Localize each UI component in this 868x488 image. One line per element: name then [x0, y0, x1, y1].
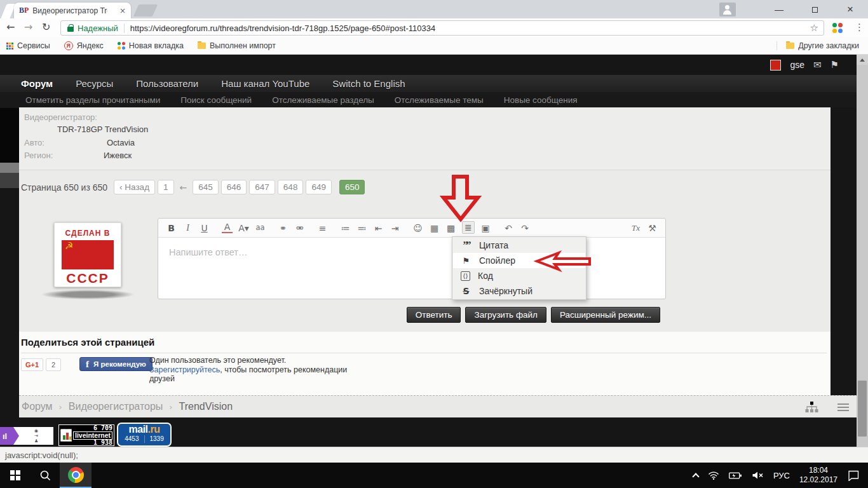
pagination-current-page[interactable]: 650	[339, 180, 365, 194]
user-avatar[interactable]	[770, 60, 781, 71]
subnav-watched-forums[interactable]: Отслеживаемые разделы	[272, 95, 374, 105]
other-bookmarks[interactable]: Другие закладки	[776, 41, 859, 50]
taskbar-chrome-button[interactable]	[60, 463, 92, 488]
link-icon[interactable]: ⚭	[278, 224, 288, 233]
taskbar-clock[interactable]: 18:04 12.02.2017	[799, 466, 837, 485]
speaker-muted-icon[interactable]	[752, 471, 764, 480]
metrika-counter-badge[interactable]: ıl ◉ ⇥ ♟	[0, 427, 53, 445]
sitemap-icon[interactable]	[804, 402, 818, 412]
nav-forum[interactable]: Форум	[21, 78, 53, 89]
upload-file-button[interactable]: Загрузить файл	[465, 307, 546, 323]
menu-item-quote[interactable]: ”” Цитата	[453, 238, 585, 253]
nav-youtube[interactable]: Наш канал YouTube	[221, 78, 309, 89]
pagination-ellipsis-arrow[interactable]: ←	[177, 182, 191, 193]
subnav-new-posts[interactable]: Новые сообщения	[504, 95, 578, 105]
browser-tab[interactable]: ВР Видеорегистратор Trend ×	[14, 3, 131, 18]
subnav-watched-threads[interactable]: Отслеживаемые темы	[395, 95, 484, 105]
reply-editor[interactable]: B I U A A▾ aa ⚭ ⚮ ≡ ≔ ≕ ⇤ ⇥ ☺ ▦ ▩ ≣	[158, 218, 666, 299]
bbcode-source-icon[interactable]: ⚒	[647, 224, 658, 233]
username[interactable]: gse	[790, 60, 804, 70]
underline-icon[interactable]: U	[199, 224, 210, 233]
tab-close-icon[interactable]: ×	[119, 6, 126, 15]
reply-button[interactable]: Ответить	[407, 307, 461, 323]
back-icon[interactable]: ←	[6, 21, 15, 33]
liveinternet-counter-badge[interactable]: 6 709 liveinternet 1 938	[58, 424, 114, 446]
font-family-icon[interactable]: aa	[255, 224, 266, 232]
alignment-icon[interactable]: ≡	[317, 224, 328, 233]
reply-user-avatar[interactable]: СДЕЛАН В ☭ СССР	[54, 222, 121, 287]
reply-placeholder[interactable]: Напишите ответ…	[158, 238, 665, 267]
nav-switch-english[interactable]: Switch to English	[332, 78, 405, 89]
language-indicator[interactable]: РУС	[773, 471, 790, 480]
undo-icon[interactable]: ↶	[503, 224, 514, 233]
menu-item-spoiler[interactable]: ⚑ Спойлер	[453, 253, 585, 268]
menu-item-code[interactable]: ⟨⟩ Код	[453, 268, 585, 283]
scrollbar-thumb[interactable]	[858, 381, 867, 437]
bookmark-star-icon[interactable]: ☆	[810, 22, 818, 34]
close-button[interactable]: ×	[832, 3, 868, 16]
bookmark-services[interactable]: Сервисы	[6, 41, 50, 50]
italic-icon[interactable]: I	[182, 224, 193, 233]
drafts-save-icon[interactable]: ▣	[480, 224, 491, 233]
pagination-page-648[interactable]: 648	[278, 180, 304, 194]
tray-expand-icon[interactable]	[692, 473, 699, 480]
breadcrumb-category[interactable]: Видеорегистраторы	[69, 401, 163, 412]
gplus-button[interactable]: G+1	[21, 358, 43, 371]
bookmark-new-tab[interactable]: Новая вкладка	[118, 41, 184, 50]
unlink-icon[interactable]: ⚮	[294, 224, 305, 233]
scroll-up-button[interactable]	[857, 55, 868, 65]
pagination-page-647[interactable]: 647	[249, 180, 275, 194]
security-label[interactable]: Надежный	[78, 24, 118, 33]
indent-icon[interactable]: ⇥	[390, 224, 400, 233]
browser-profile-button[interactable]	[719, 3, 736, 17]
url-text[interactable]: https://videoregforum.ru/threads/trendvi…	[130, 24, 435, 33]
bold-icon[interactable]: B	[166, 224, 177, 233]
menu-item-strikethrough[interactable]: S Зачёркнутый	[453, 283, 585, 299]
pagination-page-646[interactable]: 646	[221, 180, 247, 194]
outdent-icon[interactable]: ⇤	[373, 224, 384, 233]
remove-format-icon[interactable]: Tx	[630, 224, 641, 232]
list-menu-icon[interactable]	[837, 403, 849, 411]
facebook-recommend-button[interactable]: f Я рекомендую	[79, 357, 153, 371]
nav-members[interactable]: Пользователи	[136, 78, 198, 89]
nav-resources[interactable]: Ресурсы	[76, 78, 113, 89]
bullet-list-icon[interactable]: ≔	[340, 224, 351, 233]
battery-icon[interactable]	[729, 471, 742, 480]
smilies-icon[interactable]: ☺	[412, 224, 423, 233]
breadcrumb-current[interactable]: TrendVision	[179, 401, 233, 412]
redo-icon[interactable]: ↷	[520, 224, 531, 233]
address-bar[interactable]: Надежный https://videoregforum.ru/thread…	[60, 20, 824, 36]
bookmark-yandex[interactable]: Я Яндекс	[64, 41, 104, 50]
pagination-page-649[interactable]: 649	[306, 180, 332, 194]
insert-menu-icon[interactable]: ≣	[462, 221, 475, 234]
font-size-icon[interactable]: A▾	[238, 224, 249, 233]
advanced-mode-button[interactable]: Расширенный режим...	[551, 307, 660, 323]
numbered-list-icon[interactable]: ≕	[356, 224, 367, 233]
mailru-counter-badge[interactable]: mail.ru 4453 1339	[117, 423, 172, 447]
reload-icon[interactable]: ↻	[42, 21, 50, 33]
taskbar-search-button[interactable]	[30, 463, 60, 488]
start-button[interactable]	[0, 463, 30, 488]
bookmark-import[interactable]: Выполнен импорт	[198, 41, 276, 50]
restore-button[interactable]	[797, 4, 832, 15]
pagination-back-button[interactable]: ‹ Назад	[114, 180, 155, 194]
media-icon[interactable]: ▩	[445, 224, 456, 233]
page-scrollbar[interactable]	[857, 55, 868, 447]
chrome-menu-icon[interactable]: ⋮	[855, 22, 864, 33]
new-tab-button[interactable]	[133, 4, 158, 17]
forward-icon[interactable]: →	[24, 21, 32, 33]
wifi-icon[interactable]	[708, 471, 719, 480]
alerts-flag-icon[interactable]: ⚑	[831, 59, 839, 71]
subnav-search-posts[interactable]: Поиск сообщений	[180, 95, 252, 105]
action-center-icon[interactable]	[847, 470, 859, 481]
subnav-mark-read[interactable]: Отметить разделы прочитанными	[25, 95, 160, 105]
pagination-page-645[interactable]: 645	[193, 180, 219, 194]
minimize-button[interactable]: —	[761, 4, 797, 15]
yandex-home-button[interactable]	[832, 23, 844, 34]
register-link[interactable]: Зарегистрируйтесь	[149, 365, 220, 374]
breadcrumb-forum[interactable]: Форум	[22, 401, 53, 412]
text-color-icon[interactable]: A	[222, 222, 233, 233]
image-icon[interactable]: ▦	[429, 224, 440, 233]
pagination-page-1[interactable]: 1	[158, 180, 174, 194]
inbox-icon[interactable]: ✉	[813, 59, 822, 71]
